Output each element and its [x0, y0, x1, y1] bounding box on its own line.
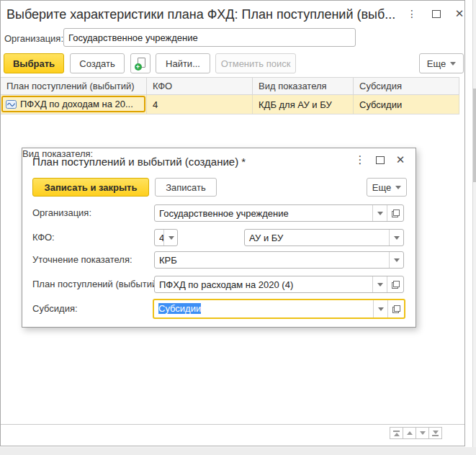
- cancel-search-button: Отменить поиск: [215, 53, 296, 73]
- subsidy-field[interactable]: Субсидии: [153, 299, 405, 319]
- close-icon: ✕: [396, 153, 405, 166]
- cell-kind[interactable]: КДБ для АУ и БУ: [253, 95, 354, 114]
- kfo-field-label: КФО:: [32, 232, 55, 243]
- chevron-down-icon: [377, 212, 383, 215]
- open-picker-button[interactable]: [387, 205, 403, 221]
- open-picker-icon: [392, 305, 400, 313]
- table-row[interactable]: ПФХД по доходам на 20... 4 КДБ для АУ и …: [1, 95, 459, 114]
- plan-field-label: План поступлений (выбытий):: [32, 279, 163, 289]
- more-button[interactable]: Еще: [419, 53, 464, 73]
- maximize-icon: [376, 156, 385, 164]
- find-button[interactable]: Найти...: [156, 53, 210, 73]
- go-last-button[interactable]: [428, 427, 442, 439]
- dropdown-button[interactable]: [373, 300, 387, 317]
- close-button[interactable]: ✕: [452, 6, 467, 21]
- chevron-down-icon: [378, 307, 384, 311]
- create-button[interactable]: Создать: [70, 53, 125, 73]
- save-and-close-button[interactable]: Записать и закрыть: [32, 178, 149, 197]
- close-icon: ✕: [455, 7, 464, 20]
- scroll-up-icon: [407, 431, 413, 435]
- window-title: Выберите характеристики плана ФХД: План …: [6, 7, 399, 22]
- column-header-kfo[interactable]: КФО: [147, 78, 253, 94]
- background-strip: [0, 447, 476, 455]
- dropdown-button[interactable]: [163, 230, 178, 245]
- open-picker-icon: [392, 281, 400, 289]
- open-picker-button[interactable]: [387, 300, 404, 317]
- selected-text: Субсидии: [158, 303, 201, 314]
- create-copy-icon: +: [136, 58, 145, 69]
- dropdown-button[interactable]: [372, 205, 387, 221]
- clarification-field[interactable]: КРБ: [154, 251, 404, 269]
- organization-label: Организация:: [4, 33, 63, 44]
- row-navigation: [390, 427, 442, 439]
- chevron-down-icon: [395, 186, 401, 189]
- focused-cell[interactable]: ПФХД по доходам на 20...: [1, 96, 145, 112]
- kind-field[interactable]: АУ и БУ: [244, 229, 404, 246]
- create-dialog: План поступлений и выбытий (создание) * …: [22, 148, 416, 328]
- select-button[interactable]: Выбрать: [4, 53, 64, 73]
- chevron-down-icon: [450, 62, 456, 66]
- organization-input[interactable]: [63, 28, 356, 47]
- record-item-icon: [6, 100, 17, 109]
- window-menu-button[interactable]: ⋮: [404, 6, 420, 21]
- create-by-copy-button[interactable]: +: [130, 53, 151, 73]
- dialog-maximize-button[interactable]: [372, 153, 388, 167]
- cell-plan[interactable]: ПФХД по доходам на 20...: [1, 95, 147, 114]
- outer-scrollbar-track[interactable]: [472, 0, 476, 455]
- menu-dots-icon: ⋮: [355, 153, 366, 166]
- footer-divider: [1, 424, 464, 425]
- dialog-menu-button[interactable]: ⋮: [352, 153, 368, 167]
- go-first-icon: [393, 431, 400, 432]
- table-header: План поступлений (выбытий) КФО Вид показ…: [1, 77, 459, 95]
- dropdown-button[interactable]: [389, 252, 403, 268]
- go-first-button[interactable]: [390, 427, 403, 439]
- chevron-down-icon: [394, 258, 400, 262]
- dropdown-button[interactable]: [372, 276, 387, 292]
- maximize-button[interactable]: [428, 6, 444, 21]
- clarification-field-label: Уточнение показателя:: [32, 254, 133, 265]
- cell-kfo[interactable]: 4: [147, 95, 253, 114]
- dropdown-button[interactable]: [389, 230, 403, 245]
- plan-field[interactable]: ПФХД по расходам на 2020 (4): [154, 276, 404, 293]
- go-down-button[interactable]: [416, 427, 429, 439]
- dialog-more-button[interactable]: Еще: [367, 178, 407, 197]
- dialog-close-button[interactable]: ✕: [392, 153, 408, 167]
- outer-scrollbar-thumb[interactable]: [473, 89, 476, 182]
- cell-subsidy[interactable]: Субсидии: [354, 95, 459, 114]
- org-field-label: Организация:: [32, 207, 91, 218]
- dialog-title: План поступлений и выбытий (создание) *: [32, 156, 246, 168]
- save-button[interactable]: Записать: [155, 178, 217, 197]
- menu-dots-icon: ⋮: [407, 8, 417, 19]
- open-picker-icon: [392, 210, 400, 217]
- go-last-icon: [433, 431, 439, 434]
- go-up-button[interactable]: [403, 427, 416, 439]
- maximize-icon: [432, 10, 441, 18]
- chevron-down-icon: [169, 236, 174, 240]
- column-header-kind[interactable]: Вид показателя: [253, 78, 354, 94]
- column-header-subsidy[interactable]: Субсидия: [354, 78, 459, 94]
- column-header-plan[interactable]: План поступлений (выбытий): [1, 78, 147, 94]
- chevron-down-icon: [377, 283, 383, 287]
- scroll-down-icon: [420, 431, 426, 435]
- chevron-down-icon: [394, 236, 400, 240]
- open-picker-button[interactable]: [387, 276, 403, 292]
- org-field[interactable]: Государственное учреждение: [154, 204, 404, 222]
- subsidy-field-label: Субсидия:: [32, 303, 78, 314]
- kfo-field[interactable]: 4: [154, 229, 178, 246]
